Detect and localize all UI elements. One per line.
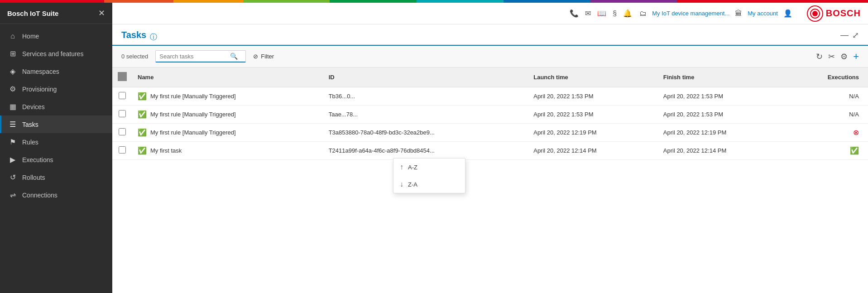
- table-row: ✅ My first rule [Manually Triggered] Tb3…: [112, 87, 868, 106]
- row-checkbox-cell[interactable]: [112, 87, 132, 106]
- sidebar-item-label: Provisioning: [22, 86, 57, 93]
- sidebar-item-rules[interactable]: ⚑ Rules: [0, 133, 112, 151]
- building-icon: 🏛: [735, 10, 742, 18]
- iot-management-link[interactable]: My IoT device management...: [652, 10, 729, 17]
- executions-icon: ▶: [9, 155, 17, 164]
- workspace-icon: 🗂: [639, 10, 647, 18]
- sidebar-item-connections[interactable]: ⇌ Connections: [0, 186, 112, 204]
- mail-icon[interactable]: ✉: [585, 9, 591, 18]
- header-nav-links: 🗂 My IoT device management... 🏛 My accou…: [639, 9, 792, 18]
- search-box: 🔍: [155, 50, 246, 62]
- paragraph-icon[interactable]: §: [613, 10, 617, 18]
- bosch-logo-circle: [807, 5, 823, 22]
- add-button[interactable]: +: [853, 51, 859, 62]
- select-all-header[interactable]: [112, 67, 132, 87]
- bosch-logo: BOSCH: [807, 5, 861, 22]
- namespace-icon: ◈: [9, 67, 17, 76]
- task-name: My first task: [150, 147, 182, 154]
- devices-icon: ▦: [9, 102, 17, 111]
- row-launch-time: April 20, 2022 12:19 PM: [528, 124, 658, 142]
- top-header: 📞 ✉ 📖 § 🔔 🗂 My IoT device management... …: [112, 3, 868, 24]
- bell-icon[interactable]: 🔔: [623, 9, 632, 18]
- row-checkbox[interactable]: [119, 146, 126, 154]
- exec-ok-icon: ✅: [850, 147, 859, 154]
- filter-button[interactable]: ⊘ Filter: [253, 53, 274, 60]
- rollouts-icon: ↺: [9, 173, 17, 182]
- minimize-button[interactable]: —: [840, 30, 849, 40]
- sidebar-item-label: Rollouts: [22, 174, 45, 181]
- th-id[interactable]: ID: [323, 67, 528, 87]
- page-title-area: Tasks ⓘ: [121, 30, 157, 45]
- sidebar-item-namespaces[interactable]: ◈ Namespaces: [0, 62, 112, 80]
- sidebar-item-label: Devices: [22, 103, 45, 110]
- grid-icon: ⊞: [9, 49, 17, 58]
- rules-icon: ⚑: [9, 138, 17, 146]
- page-header: Tasks ⓘ — ⤢: [112, 24, 868, 46]
- search-input[interactable]: [159, 53, 227, 60]
- cut-button[interactable]: ✂: [828, 52, 835, 62]
- sort-az-label: A-Z: [408, 164, 417, 171]
- row-finish-time: April 20, 2022 1:53 PM: [658, 106, 788, 124]
- status-ok-icon: ✅: [138, 128, 147, 137]
- toolbar-actions: ↻ ✂ ⚙ +: [816, 51, 859, 62]
- sidebar-item-label: Namespaces: [22, 68, 59, 75]
- row-checkbox[interactable]: [119, 110, 126, 117]
- row-checkbox[interactable]: [119, 92, 126, 99]
- refresh-button[interactable]: ↻: [816, 52, 823, 62]
- home-icon: ⌂: [9, 32, 17, 40]
- row-launch-time: April 20, 2022 12:14 PM: [528, 142, 658, 160]
- row-id: Taae...78...: [323, 106, 528, 124]
- info-icon[interactable]: ⓘ: [150, 33, 157, 42]
- app-title: Bosch IoT Suite: [7, 10, 58, 17]
- filter-icon: ⊘: [253, 53, 258, 60]
- svg-point-1: [812, 11, 818, 16]
- row-finish-time: April 20, 2022 12:14 PM: [658, 142, 788, 160]
- row-id: Tb36...0...: [323, 87, 528, 106]
- th-name[interactable]: Name: [132, 67, 323, 87]
- sidebar-item-executions[interactable]: ▶ Executions: [0, 151, 112, 168]
- row-finish-time: April 20, 2022 12:19 PM: [658, 124, 788, 142]
- selected-count: 0 selected: [121, 53, 148, 60]
- row-name: ✅ My first rule [Manually Triggered]: [132, 106, 323, 124]
- sidebar-nav: ⌂ Home ⊞ Services and features ◈ Namespa…: [0, 24, 112, 293]
- table-row: ✅ My first task T2411a99f-a64a-4f6c-a8f9…: [112, 142, 868, 160]
- sort-za-option[interactable]: Z-A: [393, 176, 465, 193]
- row-id: T3a853880-78a0-48f9-bd3c-32ea2be9...: [323, 124, 528, 142]
- select-all-checkbox[interactable]: [118, 72, 127, 81]
- table-container: Name ID Launch time Finish time Executio…: [112, 67, 868, 293]
- sidebar-item-rollouts[interactable]: ↺ Rollouts: [0, 168, 112, 186]
- row-launch-time: April 20, 2022 1:53 PM: [528, 106, 658, 124]
- maximize-button[interactable]: ⤢: [852, 30, 859, 40]
- status-ok-icon: ✅: [138, 110, 147, 119]
- table-header-row: Name ID Launch time Finish time Executio…: [112, 67, 868, 87]
- sort-az-option[interactable]: A-Z: [393, 159, 465, 176]
- row-checkbox-cell[interactable]: [112, 106, 132, 124]
- settings-button[interactable]: ⚙: [840, 52, 848, 62]
- tasks-table: Name ID Launch time Finish time Executio…: [112, 67, 868, 160]
- sidebar-item-devices[interactable]: ▦ Devices: [0, 98, 112, 115]
- sidebar-item-tasks[interactable]: ☰ Tasks: [0, 115, 112, 133]
- th-launch-time: Launch time: [528, 67, 658, 87]
- sidebar-item-provisioning[interactable]: ⚙ Provisioning: [0, 80, 112, 98]
- toolbar: 0 selected 🔍 ⊘ Filter ↻ ✂ ⚙ +: [112, 46, 868, 67]
- bosch-text: BOSCH: [826, 8, 861, 19]
- user-icon[interactable]: 👤: [783, 9, 792, 18]
- table-row: ✅ My first rule [Manually Triggered] T3a…: [112, 124, 868, 142]
- my-account-link[interactable]: My account: [748, 10, 777, 17]
- sidebar-item-home[interactable]: ⌂ Home: [0, 28, 112, 45]
- phone-icon[interactable]: 📞: [570, 9, 579, 18]
- row-checkbox-cell[interactable]: [112, 124, 132, 142]
- row-name: ✅ My first rule [Manually Triggered]: [132, 124, 323, 142]
- sidebar-close-button[interactable]: ✕: [98, 8, 105, 18]
- book-icon[interactable]: 📖: [597, 9, 606, 18]
- row-checkbox-cell[interactable]: [112, 142, 132, 160]
- task-name: My first rule [Manually Triggered]: [150, 111, 236, 118]
- page-title: Tasks: [121, 30, 146, 45]
- sidebar-item-services[interactable]: ⊞ Services and features: [0, 45, 112, 62]
- sidebar-header: Bosch IoT Suite ✕: [0, 3, 112, 24]
- row-checkbox[interactable]: [119, 128, 126, 135]
- row-name: ✅ My first rule [Manually Triggered]: [132, 87, 323, 106]
- exec-error-icon: ⊗: [853, 129, 859, 136]
- sidebar: Bosch IoT Suite ✕ ⌂ Home ⊞ Services and …: [0, 3, 112, 293]
- sort-az-icon: [400, 163, 403, 171]
